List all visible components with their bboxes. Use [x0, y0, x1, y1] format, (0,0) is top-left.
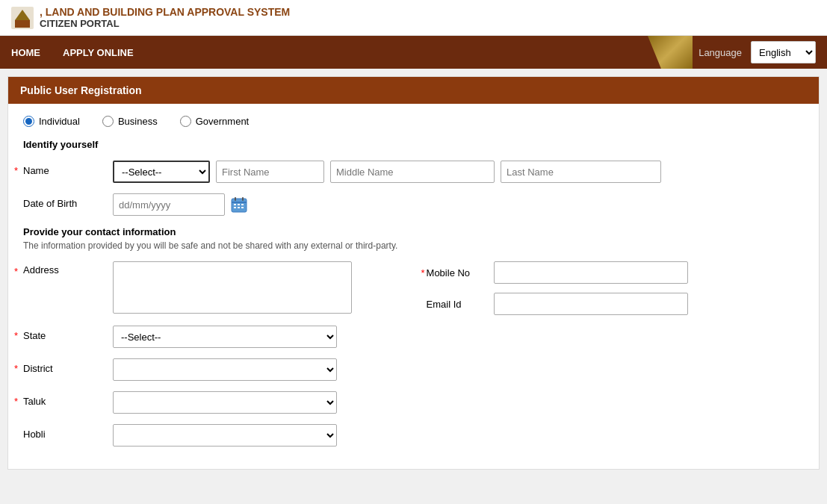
radio-government[interactable]: Government: [180, 116, 250, 127]
mobile-row: * Mobile No: [421, 261, 805, 284]
mobile-label: Mobile No: [427, 267, 494, 279]
svg-rect-7: [234, 204, 236, 205]
svg-rect-9: [241, 204, 244, 205]
hobli-row: Hobli: [23, 424, 804, 447]
contact-heading: Provide your contact information: [23, 226, 804, 237]
radio-business-label: Business: [118, 116, 158, 127]
navbar: HOME APPLY ONLINE ? Language English Kan…: [0, 36, 827, 69]
dob-row: Date of Birth: [23, 193, 804, 216]
mobile-req-star: *: [421, 267, 425, 279]
name-label: Name: [23, 161, 113, 176]
radio-individual-label: Individual: [39, 116, 80, 127]
page-header: , LAND AND BUILDING PLAN APPROVAL SYSTEM…: [0, 0, 827, 36]
hobli-select[interactable]: [113, 424, 337, 447]
address-input[interactable]: [113, 261, 352, 314]
radio-business[interactable]: Business: [102, 116, 158, 127]
state-controls: --Select--: [113, 326, 804, 348]
state-select[interactable]: --Select--: [113, 326, 337, 348]
district-label: District: [23, 358, 113, 374]
radio-individual-input[interactable]: [23, 116, 34, 127]
svg-rect-10: [234, 207, 236, 208]
name-title-select[interactable]: --Select-- Mr. Mrs. Ms. Dr.: [113, 161, 210, 183]
logo-icon: [11, 7, 34, 29]
hobli-label: Hobli: [23, 424, 113, 440]
svg-rect-1: [15, 20, 30, 28]
svg-rect-11: [238, 207, 240, 208]
svg-rect-6: [242, 197, 244, 201]
district-row: District: [23, 358, 804, 381]
address-col: Address: [23, 261, 406, 314]
hobli-controls: [113, 424, 804, 447]
address-label: Address: [23, 261, 113, 276]
header-title-block: , LAND AND BUILDING PLAN APPROVAL SYSTEM…: [40, 6, 290, 29]
radio-government-input[interactable]: [180, 116, 191, 127]
email-label: Email Id: [427, 299, 494, 310]
identify-label: Identify yourself: [23, 139, 804, 150]
radio-government-label: Government: [196, 116, 250, 127]
dob-label: Date of Birth: [23, 193, 113, 209]
last-name-input[interactable]: [501, 161, 661, 183]
language-select[interactable]: English Kannada Hindi: [751, 41, 816, 63]
contact-subtext: The information provided by you will be …: [23, 240, 804, 251]
radio-business-input[interactable]: [102, 116, 114, 127]
taluk-controls: [113, 391, 804, 414]
header-title-sub: CITIZEN PORTAL: [40, 18, 290, 29]
svg-rect-8: [238, 204, 240, 205]
calendar-icon[interactable]: [229, 195, 249, 214]
email-row: * Email Id: [421, 293, 805, 315]
nav-apply-online[interactable]: APPLY ONLINE: [63, 38, 134, 67]
contact-col: * Mobile No * Email Id: [421, 261, 805, 315]
address-contact-row: Address * Mobile No * Email Id: [23, 261, 804, 315]
svg-rect-4: [232, 202, 247, 203]
state-row: State --Select--: [23, 326, 804, 348]
svg-rect-12: [241, 207, 244, 208]
section-header: Public User Registration: [8, 77, 819, 104]
taluk-select[interactable]: [113, 391, 337, 414]
section-title: Public User Registration: [20, 84, 142, 96]
email-spacer: *: [421, 299, 425, 310]
radio-individual[interactable]: Individual: [23, 116, 80, 127]
name-row: Name --Select-- Mr. Mrs. Ms. Dr.: [23, 161, 804, 183]
taluk-label: Taluk: [23, 391, 113, 407]
taluk-row: Taluk: [23, 391, 804, 414]
dob-input[interactable]: [113, 193, 225, 216]
state-label: State: [23, 326, 113, 341]
name-controls: --Select-- Mr. Mrs. Ms. Dr.: [113, 161, 804, 183]
district-select[interactable]: [113, 358, 337, 381]
main-content: Public User Registration Individual Busi…: [7, 76, 820, 470]
svg-rect-5: [235, 197, 236, 201]
language-label: Language: [699, 47, 742, 58]
form-content: Individual Business Government Identify …: [8, 104, 819, 469]
header-title-main: , LAND AND BUILDING PLAN APPROVAL SYSTEM: [40, 6, 290, 18]
dob-controls: [113, 193, 804, 216]
district-controls: [113, 358, 804, 381]
user-type-radio-group: Individual Business Government: [23, 116, 804, 127]
nav-home[interactable]: HOME: [11, 38, 40, 67]
email-input[interactable]: [494, 293, 688, 315]
mobile-input[interactable]: [494, 261, 688, 284]
first-name-input[interactable]: [216, 161, 324, 183]
middle-name-input[interactable]: [330, 161, 495, 183]
navbar-links: HOME APPLY ONLINE: [11, 38, 669, 67]
